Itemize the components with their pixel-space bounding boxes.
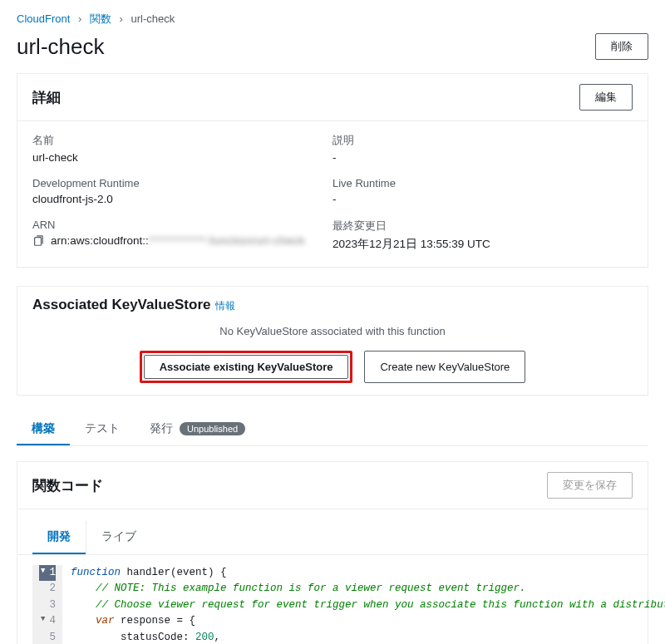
name-label: 名前: [32, 133, 332, 148]
breadcrumb-link-functions[interactable]: 関数: [90, 12, 111, 25]
name-value: url-check: [32, 151, 332, 164]
svg-rect-0: [35, 237, 42, 245]
sub-tab-live[interactable]: ライブ: [86, 521, 151, 554]
page-title: url-check: [17, 34, 104, 60]
breadcrumb-current: url-check: [131, 12, 175, 25]
unpublished-badge: Unpublished: [180, 422, 245, 435]
arn-label: ARN: [32, 219, 332, 231]
live-runtime-value: -: [332, 193, 633, 205]
tab-publish[interactable]: 発行Unpublished: [135, 414, 260, 445]
function-tabs: 構築 テスト 発行Unpublished: [17, 414, 648, 446]
copy-icon[interactable]: [32, 235, 44, 247]
last-modified-value: 2023年12月21日 13:55:39 UTC: [332, 237, 633, 252]
tab-test[interactable]: テスト: [70, 414, 135, 445]
associate-kvs-button[interactable]: Associate existing KeyValueStore: [144, 355, 349, 379]
breadcrumb: CloudFront › 関数 › url-check: [17, 12, 648, 27]
kvs-panel: Associated KeyValueStore情報 No KeyValueSt…: [17, 286, 648, 396]
sub-tab-development[interactable]: 開発: [32, 521, 86, 554]
edit-button[interactable]: 編集: [579, 84, 633, 111]
kvs-info-link[interactable]: 情報: [215, 300, 235, 312]
highlight-annotation: Associate existing KeyValueStore: [140, 351, 353, 383]
code-heading: 関数コード: [32, 476, 103, 495]
description-value: -: [332, 151, 633, 164]
dev-runtime-value: cloudfront-js-2.0: [32, 193, 332, 205]
last-modified-label: 最終変更日: [332, 219, 633, 234]
create-kvs-button[interactable]: Create new KeyValueStore: [364, 351, 525, 383]
kvs-empty-message: No KeyValueStore associated with this fu…: [17, 325, 648, 337]
dev-runtime-label: Development Runtime: [32, 177, 332, 189]
code-sub-tabs: 開発 ライブ: [17, 521, 648, 555]
code-panel: 関数コード 変更を保存 開発 ライブ 1▼234▼567▼89101112 fu…: [17, 461, 648, 644]
save-changes-button[interactable]: 変更を保存: [547, 472, 633, 499]
details-heading: 詳細: [32, 88, 61, 107]
tab-build[interactable]: 構築: [17, 414, 70, 445]
description-label: 説明: [332, 133, 633, 148]
chevron-right-icon: ›: [120, 12, 123, 25]
kvs-heading: Associated KeyValueStore情報: [32, 297, 235, 313]
chevron-right-icon: ›: [78, 12, 81, 25]
code-editor[interactable]: 1▼234▼567▼89101112 function handler(even…: [32, 565, 633, 644]
arn-value: arn:aws:cloudfront::************:functio…: [51, 234, 305, 247]
breadcrumb-link-cloudfront[interactable]: CloudFront: [17, 12, 70, 25]
delete-button[interactable]: 削除: [595, 33, 648, 60]
live-runtime-label: Live Runtime: [332, 177, 633, 189]
details-panel: 詳細 編集 名前 url-check Development Runtime c…: [17, 73, 648, 268]
